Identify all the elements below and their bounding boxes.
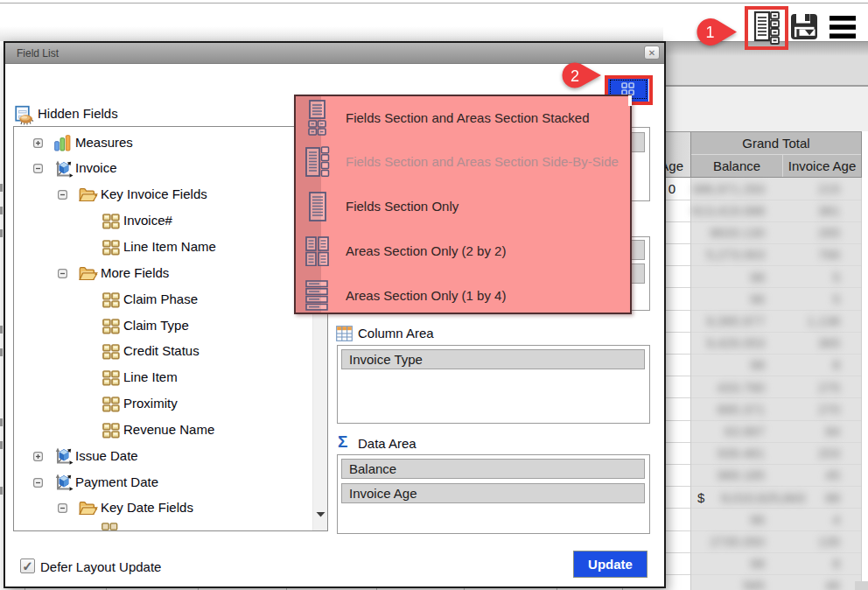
svg-text:1: 1 [705, 24, 714, 41]
svg-text:2: 2 [570, 67, 579, 85]
